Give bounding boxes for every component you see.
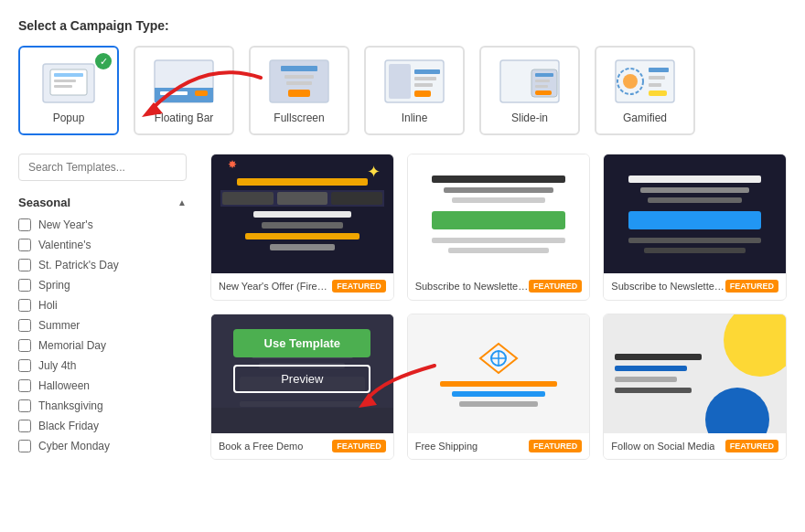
template-card-t6[interactable]: Follow on Social MediaFEATURED [603, 314, 787, 461]
templates-grid: ✦ ✸ New Year's Offer (Firewo...FEATURED … [201, 154, 787, 460]
svg-rect-11 [284, 75, 314, 79]
sidebar: Seasonal ▲ New Year'sValentine'sSt. Patr… [18, 154, 201, 460]
svg-rect-17 [414, 77, 436, 80]
template-preview-t3 [604, 154, 786, 273]
svg-rect-8 [195, 90, 208, 96]
campaign-type-fullscreen[interactable]: Fullscreen [249, 46, 349, 135]
template-name-t1: New Year's Offer (Firewo... [219, 281, 332, 292]
campaign-type-slide-in[interactable]: Slide-in [479, 46, 580, 135]
sidebar-item-st-patricks: St. Patrick's Day [18, 259, 187, 271]
campaign-type-row: ✓ Popup Floating Bar Fullscreen Inline [18, 46, 787, 135]
floating-bar-label: Floating Bar [155, 112, 214, 124]
label-st-patricks[interactable]: St. Patrick's Day [38, 259, 119, 271]
search-input[interactable] [18, 154, 187, 181]
template-card-t4[interactable]: Use TemplatePreviewBook a Free DemoFEATU… [210, 314, 394, 461]
label-thanksgiving[interactable]: Thanksgiving [38, 399, 103, 412]
template-preview-t4: Use TemplatePreview [211, 314, 393, 433]
template-name-t2: Subscribe to Newsletter ... [415, 281, 529, 292]
sidebar-item-july-4th: July 4th [18, 359, 187, 372]
label-summer[interactable]: Summer [38, 319, 80, 332]
template-preview-t2 [408, 154, 590, 273]
svg-rect-31 [649, 83, 661, 87]
template-card-t1[interactable]: ✦ ✸ New Year's Offer (Firewo...FEATURED [210, 154, 394, 301]
label-valentines[interactable]: Valentine's [38, 239, 91, 251]
checkbox-july-4th[interactable] [18, 359, 31, 372]
template-preview-t6 [604, 314, 786, 433]
checkbox-st-patricks[interactable] [18, 259, 31, 271]
checkbox-holi[interactable] [18, 299, 31, 312]
sidebar-item-memorial-day: Memorial Day [18, 339, 187, 352]
sidebar-seasonal-header: Seasonal ▲ [18, 196, 187, 209]
template-info-t6: Follow on Social MediaFEATURED [604, 433, 786, 459]
featured-badge-t3: FEATURED [725, 280, 778, 293]
label-memorial-day[interactable]: Memorial Day [38, 339, 106, 352]
template-name-t6: Follow on Social Media [611, 441, 714, 452]
use-template-button[interactable]: Use Template [233, 329, 370, 357]
selected-check-icon: ✓ [95, 53, 112, 69]
template-card-t2[interactable]: Subscribe to Newsletter ...FEATURED [407, 154, 591, 301]
template-info-t1: New Year's Offer (Firewo...FEATURED [211, 273, 393, 299]
template-hover-overlay-t4: Use TemplatePreview [211, 314, 393, 408]
campaign-type-floating-bar[interactable]: Floating Bar [134, 46, 234, 135]
fullscreen-label: Fullscreen [274, 112, 324, 124]
svg-rect-24 [535, 85, 548, 88]
campaign-type-inline[interactable]: Inline [364, 46, 465, 135]
label-july-4th[interactable]: July 4th [38, 359, 76, 372]
checkbox-new-years[interactable] [18, 218, 31, 231]
svg-rect-22 [535, 73, 553, 77]
svg-rect-23 [535, 80, 550, 82]
popup-icon [36, 57, 102, 106]
preview-button[interactable]: Preview [233, 365, 370, 393]
fullscreen-icon [266, 57, 332, 106]
template-info-t5: Free ShippingFEATURED [408, 433, 590, 459]
template-info-t3: Subscribe to Newsletter ...FEATURED [604, 273, 786, 299]
label-black-friday[interactable]: Black Friday [38, 420, 99, 432]
template-preview-t1: ✦ ✸ [211, 154, 393, 273]
checkbox-thanksgiving[interactable] [18, 399, 31, 412]
template-name-t3: Subscribe to Newsletter ... [611, 281, 724, 292]
sidebar-item-halloween: Halloween [18, 379, 187, 392]
template-card-t5[interactable]: Free ShippingFEATURED [407, 314, 591, 461]
svg-rect-18 [414, 83, 433, 87]
svg-rect-29 [649, 68, 669, 72]
checkbox-spring[interactable] [18, 279, 31, 292]
label-new-years[interactable]: New Year's [38, 218, 93, 231]
featured-badge-t4: FEATURED [332, 440, 385, 452]
svg-rect-10 [281, 66, 317, 71]
checkbox-summer[interactable] [18, 319, 31, 332]
slide-in-icon [497, 57, 563, 106]
template-name-t5: Free Shipping [415, 441, 478, 452]
svg-rect-7 [160, 91, 188, 95]
checkbox-halloween[interactable] [18, 379, 31, 392]
label-halloween[interactable]: Halloween [38, 379, 90, 392]
label-spring[interactable]: Spring [38, 279, 70, 292]
featured-badge-t2: FEATURED [529, 280, 582, 293]
svg-rect-2 [54, 73, 83, 77]
svg-rect-19 [414, 90, 431, 97]
template-info-t4: Book a Free DemoFEATURED [211, 433, 393, 459]
checkbox-memorial-day[interactable] [18, 339, 31, 352]
chevron-up-icon: ▲ [177, 197, 187, 207]
svg-rect-16 [414, 69, 440, 74]
svg-rect-32 [649, 90, 667, 96]
sidebar-item-thanksgiving: Thanksgiving [18, 399, 187, 412]
template-card-t3[interactable]: Subscribe to Newsletter ...FEATURED [603, 154, 787, 301]
svg-rect-3 [54, 80, 76, 82]
bottom-section: Seasonal ▲ New Year'sValentine'sSt. Patr… [18, 154, 787, 460]
campaign-type-popup[interactable]: ✓ Popup [18, 46, 119, 135]
template-name-t4: Book a Free Demo [219, 441, 303, 452]
svg-rect-30 [649, 76, 665, 80]
campaign-type-gamified[interactable]: Gamified [595, 46, 695, 135]
sidebar-item-spring: Spring [18, 279, 187, 292]
label-holi[interactable]: Holi [38, 299, 58, 312]
featured-badge-t5: FEATURED [529, 440, 582, 452]
svg-point-28 [623, 74, 638, 89]
gamified-icon [612, 57, 678, 106]
sidebar-item-summer: Summer [18, 319, 187, 332]
checkbox-black-friday[interactable] [18, 420, 31, 432]
checkbox-cyber-monday[interactable] [18, 440, 31, 452]
label-cyber-monday[interactable]: Cyber Monday [38, 440, 110, 452]
checkbox-valentines[interactable] [18, 239, 31, 251]
featured-badge-t6: FEATURED [725, 440, 778, 452]
inline-label: Inline [402, 112, 428, 124]
